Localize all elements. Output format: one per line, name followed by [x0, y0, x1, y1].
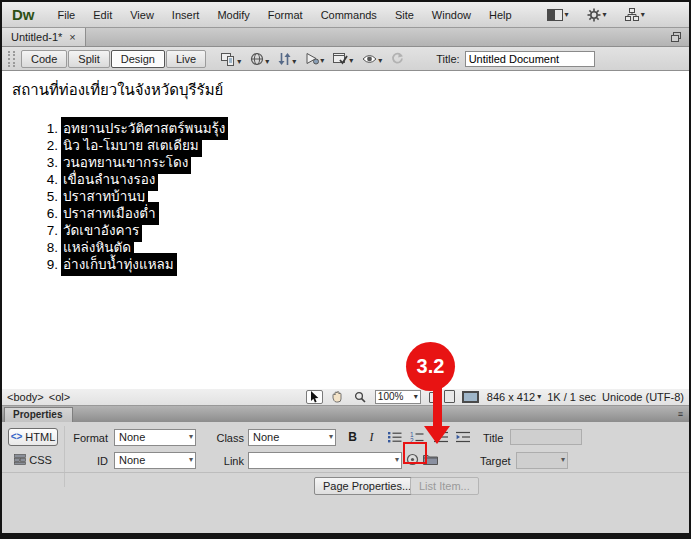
link-combo[interactable]: ▾	[248, 452, 402, 469]
code-view-button[interactable]: Code	[21, 50, 67, 68]
gear-icon[interactable]: ▾	[587, 8, 607, 22]
file-management-icon[interactable]: ▾	[278, 52, 296, 66]
chevron-down-icon: ▾	[561, 456, 565, 464]
title-field-input	[510, 429, 582, 445]
css-mode-button[interactable]: CSS	[8, 451, 58, 469]
chevron-down-icon: ▾	[189, 433, 193, 441]
format-select[interactable]: None ▾	[114, 429, 196, 446]
bold-button[interactable]: B	[344, 429, 361, 446]
w3c-validation-icon[interactable]: ▾	[305, 52, 324, 65]
menu-item[interactable]: Site	[386, 5, 423, 25]
menu-item[interactable]: Help	[480, 5, 521, 25]
list-item-number: 9.	[22, 257, 58, 272]
zoom-tool-icon[interactable]	[352, 390, 369, 404]
zoom-level-select[interactable]: 100% ▾	[375, 390, 421, 404]
tablet-size-icon[interactable]	[444, 390, 455, 403]
class-select[interactable]: None ▾	[248, 429, 336, 446]
css-mode-label: CSS	[29, 454, 52, 466]
download-stats: 1K / 1 sec	[547, 391, 596, 403]
html-brackets-icon: <>	[11, 431, 23, 442]
list-item-selected-text[interactable]: อ่างเก็บน้ำทุ่งแหลม	[61, 253, 177, 276]
chevron-down-icon: ▾	[237, 58, 241, 66]
callout-step-badge: 3.2	[406, 342, 455, 391]
menu-item[interactable]: Edit	[84, 5, 121, 25]
title-field-label: Title	[483, 432, 503, 444]
design-view-canvas[interactable]: สถานที่ท่องเที่ยวในจังหวัดบุรีรัมย์ 1. อ…	[2, 71, 689, 389]
target-select: ▾	[516, 452, 568, 469]
properties-panel: <> HTML CSS Format None ▾ Class None ▾ B…	[2, 422, 689, 534]
restore-window-icon[interactable]	[663, 28, 689, 46]
menubar-icon-group: ▾ ▾ ▾	[547, 8, 645, 22]
refresh-icon[interactable]	[391, 52, 404, 65]
menu-item[interactable]: File	[49, 5, 85, 25]
document-title-input[interactable]	[465, 51, 595, 67]
list-item: 4. เขื่อนลำนางรอง	[22, 168, 679, 185]
menu-item[interactable]: Window	[423, 5, 480, 25]
menu-item[interactable]: View	[121, 5, 163, 25]
class-value: None	[253, 431, 279, 443]
desktop-size-icon[interactable]	[462, 391, 479, 403]
tab-bar-spacer	[86, 28, 663, 46]
split-view-button[interactable]: Split	[68, 50, 109, 68]
dreamweaver-window: Dw FileEditViewInsertModifyFormatCommand…	[0, 0, 691, 539]
list-item-number: 5.	[22, 189, 58, 204]
menu-item[interactable]: Insert	[163, 5, 209, 25]
id-select[interactable]: None ▾	[114, 452, 196, 469]
indent-button[interactable]	[454, 429, 471, 446]
live-view-button[interactable]: Live	[166, 50, 206, 68]
status-bar-tools: 100% ▾ 846 x 412 ▾ 1K / 1 sec Unicode (U…	[306, 390, 684, 404]
tag-ol[interactable]: <ol>	[49, 391, 70, 403]
properties-panel-tab-bar: Properties ≡	[2, 406, 689, 422]
panel-menu-icon[interactable]: ≡	[678, 409, 689, 422]
tab-close-icon[interactable]: ×	[69, 31, 75, 43]
check-browser-compatibility-icon[interactable]: ▾	[333, 52, 353, 65]
title-label: Title:	[436, 53, 459, 65]
list-item: 2. นิว ไอ-โมบาย สเตเดียม	[22, 134, 679, 151]
chevron-down-icon: ▾	[537, 393, 541, 401]
window-size-select[interactable]: 846 x 412 ▾	[487, 391, 541, 403]
chevron-down-icon: ▾	[265, 58, 269, 66]
menu-item[interactable]: Modify	[208, 5, 258, 25]
visual-aids-icon[interactable]: ▾	[362, 53, 382, 65]
multiscreen-preview-icon[interactable]: ▾	[221, 52, 241, 66]
id-value: None	[119, 454, 145, 466]
list-item: 1. อุทยานประวัติศาสตร์พนมรุ้ง	[22, 117, 679, 134]
menu-item[interactable]: Commands	[312, 5, 386, 25]
workspace-layout-icon[interactable]: ▾	[547, 9, 569, 21]
select-tool-icon[interactable]	[306, 390, 323, 404]
chevron-down-icon: ▾	[320, 57, 324, 65]
format-value: None	[119, 431, 145, 443]
html-mode-label: HTML	[25, 431, 55, 443]
encoding-indicator: Unicode (UTF-8)	[602, 391, 684, 403]
callout-arrow-head	[424, 426, 450, 444]
tag-body[interactable]: <body>	[7, 391, 44, 403]
italic-button[interactable]: I	[363, 429, 380, 446]
target-label: Target	[480, 455, 511, 467]
html-mode-button[interactable]: <> HTML	[8, 428, 58, 446]
document-tab[interactable]: Untitled-1* ×	[2, 28, 86, 46]
chevron-down-icon: ▾	[395, 456, 399, 464]
list-item-number: 7.	[22, 223, 58, 238]
hand-tool-icon[interactable]	[329, 390, 346, 404]
chevron-down-icon: ▾	[189, 456, 193, 464]
list-item-number: 4.	[22, 172, 58, 187]
ordered-list: 1. อุทยานประวัติศาสตร์พนมรุ้ง 2. นิว ไอ-…	[22, 117, 679, 270]
design-view-button[interactable]: Design	[111, 50, 165, 68]
preview-in-browser-icon[interactable]: ▾	[250, 52, 269, 66]
site-setup-icon[interactable]: ▾	[625, 8, 645, 21]
toolbar-grip[interactable]	[8, 51, 15, 67]
chevron-down-icon: ▾	[641, 11, 645, 19]
chevron-down-icon: ▾	[349, 57, 353, 65]
chevron-down-icon: ▾	[414, 393, 418, 401]
menu-item[interactable]: Format	[259, 5, 312, 25]
list-item-number: 8.	[22, 240, 58, 255]
page-properties-button[interactable]: Page Properties...	[314, 477, 420, 495]
callout-step-label: 3.2	[417, 355, 445, 378]
list-item: 5. ปราสาทบ้านบุ	[22, 185, 679, 202]
properties-tab[interactable]: Properties	[4, 407, 73, 422]
list-item: 7. วัดเขาอังคาร	[22, 219, 679, 236]
format-label: Format	[72, 432, 108, 444]
css-grid-icon	[14, 454, 26, 465]
unordered-list-button[interactable]	[386, 429, 403, 446]
menu-bar: Dw FileEditViewInsertModifyFormatCommand…	[2, 2, 689, 28]
